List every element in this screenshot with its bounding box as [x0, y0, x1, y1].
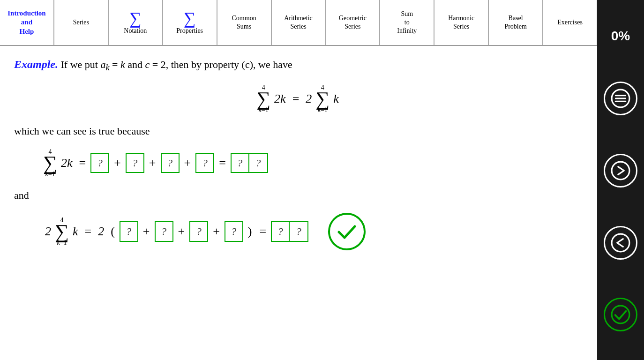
- forward-button[interactable]: [604, 154, 637, 188]
- checkmark-button[interactable]: [328, 213, 366, 250]
- nav-notation[interactable]: ∑ Notation: [108, 0, 163, 45]
- svg-point-6: [612, 306, 629, 323]
- result-box-2-right[interactable]: ?: [290, 222, 307, 240]
- navigation-bar: Introduction and Help Series ∑ Notation …: [0, 0, 597, 46]
- result-box-1-right[interactable]: ?: [249, 154, 267, 172]
- nav-intro[interactable]: Introduction and Help: [0, 0, 54, 45]
- input-box-1[interactable]: ?: [90, 153, 109, 173]
- nav-arithmetic[interactable]: Arithmetic Series: [271, 0, 326, 45]
- input-box-5[interactable]: ?: [120, 221, 138, 241]
- back-button[interactable]: [604, 226, 637, 260]
- example-label: Example.: [14, 58, 58, 70]
- nav-common-sums[interactable]: Common Sums: [217, 0, 271, 45]
- input-box-2[interactable]: ?: [126, 153, 144, 173]
- result-box-1: ? ?: [231, 153, 268, 173]
- input-box-7[interactable]: ?: [189, 221, 208, 241]
- result-box-2: ? ?: [271, 221, 308, 241]
- input-box-8[interactable]: ?: [225, 221, 243, 241]
- nav-series[interactable]: Series: [54, 0, 108, 45]
- result-box-1-left[interactable]: ?: [232, 154, 249, 172]
- svg-point-5: [612, 234, 629, 252]
- result-box-2-left[interactable]: ?: [272, 222, 290, 240]
- progress-display: 0%: [611, 29, 630, 44]
- equation-1: 4 ∑ k=1 2k = 2 4 ∑ k=1 k: [14, 84, 583, 113]
- menu-button[interactable]: [604, 82, 637, 115]
- svg-point-4: [612, 162, 629, 180]
- check-button[interactable]: [604, 298, 637, 331]
- equation-2: 4 ∑ k=1 2k = ? + ? + ? + ? = ? ?: [14, 149, 583, 178]
- input-box-4[interactable]: ?: [195, 153, 214, 173]
- content-area: Example. If we put ak = k and c = 2, the…: [0, 46, 597, 360]
- example-paragraph: Example. If we put ak = k and c = 2, the…: [14, 55, 583, 75]
- nav-geometric[interactable]: Geometric Series: [325, 0, 380, 45]
- nav-exercises[interactable]: Exercises: [543, 0, 597, 45]
- equation-3: 2 4 ∑ k=1 k = 2 ( ? + ? + ? + ? ) = ? ?: [14, 213, 583, 250]
- nav-properties[interactable]: ∑ Properties: [163, 0, 217, 45]
- nav-basel[interactable]: Basel Problem: [488, 0, 543, 45]
- section-text-1: which we can see is true because: [14, 123, 583, 139]
- nav-sum-infinity[interactable]: Sum to Infinity: [380, 0, 434, 45]
- input-box-6[interactable]: ?: [155, 221, 173, 241]
- input-box-3[interactable]: ?: [161, 153, 180, 173]
- right-sidebar: 0%: [597, 0, 644, 360]
- nav-harmonic[interactable]: Harmonic Series: [434, 0, 488, 45]
- section-text-2: and: [14, 187, 583, 203]
